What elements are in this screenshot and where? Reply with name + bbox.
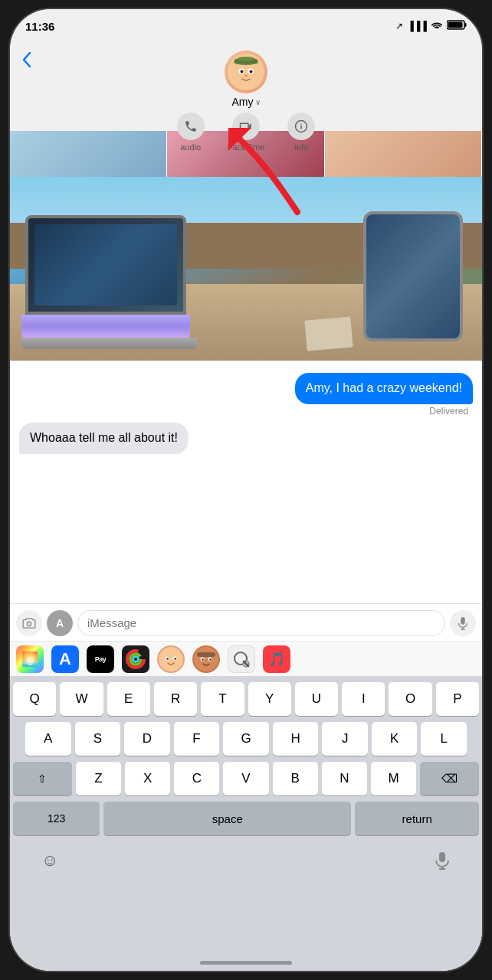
key-k[interactable]: K: [372, 722, 418, 756]
facetime-icon: [232, 113, 260, 140]
key-x[interactable]: X: [125, 762, 170, 795]
camera-button[interactable]: [16, 610, 42, 636]
svg-point-11: [244, 75, 248, 77]
app-strip: 🌅 A Pay: [10, 641, 482, 676]
svg-point-10: [250, 70, 253, 74]
svg-point-9: [241, 70, 244, 74]
photos-app-icon[interactable]: 🌅: [16, 645, 44, 673]
svg-point-15: [27, 622, 31, 626]
keyboard: Q W E R T Y U I O P A S D F G H J K: [10, 676, 482, 971]
message-received: Whoaaa tell me all about it!: [19, 423, 473, 454]
key-p[interactable]: P: [436, 682, 479, 716]
svg-point-21: [133, 656, 139, 662]
music-icon[interactable]: 🎵: [263, 645, 290, 673]
key-w[interactable]: W: [60, 682, 103, 716]
avatar: [225, 51, 267, 93]
sent-bubble: Amy, I had a crazy weekend!: [295, 373, 473, 404]
key-c[interactable]: C: [174, 762, 219, 795]
key-j[interactable]: J: [322, 722, 368, 756]
message-input[interactable]: [77, 610, 445, 636]
svg-rect-28: [197, 652, 215, 657]
audio-call-button[interactable]: audio: [177, 113, 205, 152]
keyboard-row-1: Q W E R T Y U I O P: [10, 676, 482, 716]
signal-icon: ▐▐▐: [407, 21, 427, 31]
keyboard-row-4: 123 space return: [10, 802, 482, 835]
key-s[interactable]: S: [75, 722, 121, 756]
messages-container: Amy, I had a crazy weekend! Delivered Wh…: [10, 361, 482, 466]
status-icons: ↗ ▐▐▐: [395, 20, 467, 32]
key-h[interactable]: H: [273, 722, 319, 756]
action-buttons: audio FaceTime info: [177, 113, 316, 152]
info-icon: [287, 113, 315, 140]
svg-rect-36: [439, 852, 445, 862]
wifi-icon: [431, 21, 443, 32]
key-v[interactable]: V: [223, 762, 268, 795]
facetime-label: FaceTime: [228, 142, 265, 152]
activity-icon[interactable]: [122, 645, 149, 673]
shift-key[interactable]: ⇧: [13, 762, 72, 795]
key-t[interactable]: T: [201, 682, 244, 716]
key-z[interactable]: Z: [76, 762, 121, 795]
key-y[interactable]: Y: [248, 682, 291, 716]
shared-photo: [10, 177, 482, 361]
voice-button[interactable]: [450, 610, 476, 636]
status-bar: 11:36 ↗ ▐▐▐: [10, 9, 482, 43]
space-key[interactable]: space: [103, 802, 351, 835]
svg-point-6: [237, 57, 255, 61]
delivered-status: Delivered: [24, 406, 468, 416]
photo-thumb-3: [325, 131, 482, 177]
emoji-key[interactable]: ☺: [33, 844, 67, 877]
key-d[interactable]: D: [124, 722, 170, 756]
key-l[interactable]: L: [421, 722, 467, 756]
facetime-button[interactable]: FaceTime: [228, 113, 265, 152]
phone-icon: [177, 113, 205, 140]
input-bar: A: [10, 603, 482, 642]
info-button[interactable]: info: [287, 113, 315, 152]
chevron-down-icon: ∨: [255, 98, 261, 106]
phone-screen: 11:36 ↗ ▐▐▐: [10, 9, 482, 971]
phone-frame: 11:36 ↗ ▐▐▐: [8, 8, 484, 972]
key-q[interactable]: Q: [13, 682, 56, 716]
svg-rect-2: [465, 23, 467, 27]
return-key[interactable]: return: [355, 802, 479, 835]
app-store-button[interactable]: A: [47, 610, 73, 636]
svg-point-32: [209, 658, 212, 661]
globe-search-icon[interactable]: [228, 645, 255, 673]
back-button[interactable]: [22, 52, 31, 71]
svg-point-31: [202, 658, 204, 661]
message-sent: Amy, I had a crazy weekend!: [19, 373, 473, 404]
audio-label: audio: [180, 142, 201, 152]
contact-name[interactable]: Amy ∨: [232, 96, 261, 108]
key-o[interactable]: O: [389, 682, 431, 716]
svg-point-22: [159, 647, 183, 671]
contact-avatar-container[interactable]: Amy ∨: [225, 51, 267, 108]
delete-key[interactable]: ⌫: [420, 762, 479, 795]
key-i[interactable]: I: [342, 682, 385, 716]
mic-key[interactable]: [425, 844, 459, 877]
appstore-app-icon[interactable]: A: [51, 645, 79, 673]
keyboard-row-3: ⇧ Z X C V B N M ⌫: [10, 762, 482, 795]
info-label: info: [294, 142, 308, 152]
key-m[interactable]: M: [371, 762, 416, 795]
key-g[interactable]: G: [223, 722, 269, 756]
key-a[interactable]: A: [25, 722, 71, 756]
memoji1-icon[interactable]: [157, 645, 185, 673]
key-r[interactable]: R: [154, 682, 197, 716]
location-icon: ↗: [395, 21, 403, 31]
numbers-key[interactable]: 123: [13, 802, 100, 835]
key-b[interactable]: B: [273, 762, 318, 795]
received-bubble: Whoaaa tell me all about it!: [19, 423, 189, 454]
memoji2-icon[interactable]: [192, 645, 220, 673]
key-n[interactable]: N: [322, 762, 367, 795]
applepay-icon[interactable]: Pay: [87, 645, 114, 673]
photo-thumb-1: [10, 131, 167, 177]
svg-rect-16: [461, 616, 464, 624]
keyboard-row-2: A S D F G H J K L: [10, 722, 482, 756]
battery-icon: [447, 20, 467, 32]
contact-header: Amy ∨ audio FaceTime: [10, 43, 482, 131]
status-time: 11:36: [25, 20, 54, 33]
key-f[interactable]: F: [174, 722, 220, 756]
keyboard-bottom-bar: ☺: [10, 841, 482, 880]
key-e[interactable]: E: [107, 682, 150, 716]
key-u[interactable]: U: [295, 682, 338, 716]
